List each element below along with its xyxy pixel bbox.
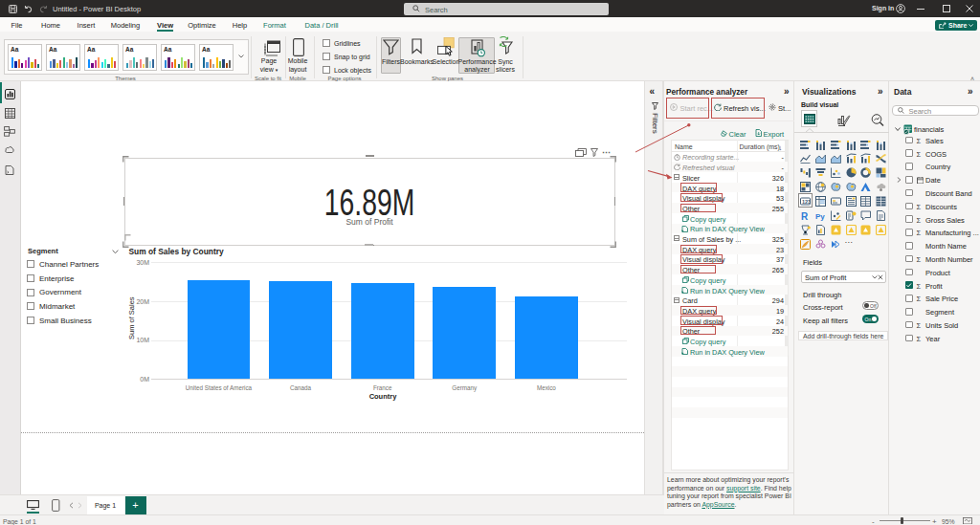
svg-text:Py: Py — [815, 212, 825, 221]
svg-text:R: R — [801, 210, 809, 221]
svg-text:123: 123 — [802, 198, 811, 204]
